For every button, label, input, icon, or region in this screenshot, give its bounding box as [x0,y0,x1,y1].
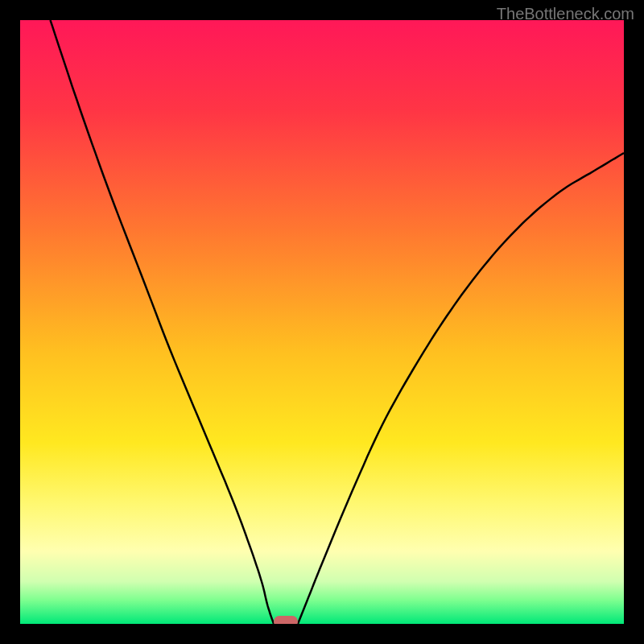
watermark-text: TheBottleneck.com [497,5,634,23]
curves-overlay [20,20,624,624]
chart-area [20,20,624,624]
right-curve-line [298,153,624,624]
left-curve-line [51,20,275,624]
bottleneck-marker [274,616,298,624]
